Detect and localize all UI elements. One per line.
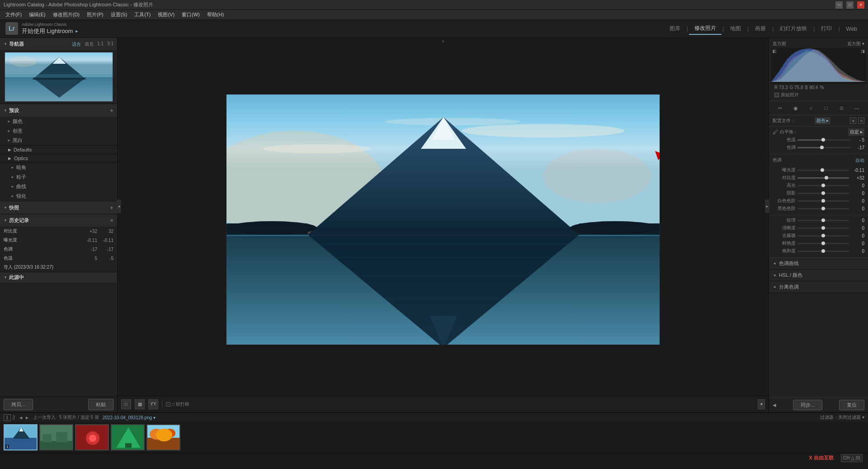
ime-indicator[interactable]: CH △ 闰 — [841, 454, 863, 462]
exposure-thumb[interactable] — [821, 168, 824, 172]
sub-item-vignette[interactable]: ► 暗角 — [0, 163, 117, 172]
spot-heal-icon[interactable]: ◉ — [791, 103, 801, 113]
sub-item-curves[interactable]: ► 曲线 — [0, 182, 117, 191]
eyedropper-icon[interactable]: 🖊 — [773, 129, 778, 135]
crop-tool-icon[interactable]: ✂ — [775, 103, 785, 113]
image-area[interactable] — [118, 43, 769, 396]
profile-value[interactable]: 颜色 ▸ — [815, 117, 831, 124]
filmstrip-thumb-1[interactable]: 1 — [4, 424, 38, 450]
snapshot-add-icon[interactable]: + — [110, 204, 113, 211]
module-book[interactable]: 画册 — [750, 23, 771, 34]
next-arrow[interactable]: ► — [25, 415, 29, 420]
tint-slider[interactable] — [797, 147, 851, 148]
original-photo-toggle[interactable]: 原始照片 — [771, 91, 866, 99]
sub-item-grain[interactable]: ► 粒子 — [0, 172, 117, 182]
copy-button[interactable]: 拷贝... — [4, 399, 33, 410]
navigator-header[interactable]: ▼ 导航器 适合 填充 1:1 3:1 — [0, 38, 117, 50]
menu-develop[interactable]: 修改照片(D) — [49, 10, 83, 19]
texture-slider[interactable] — [797, 220, 849, 221]
history-item-temp[interactable]: 色温 5 -5 — [0, 254, 117, 263]
preset-creative[interactable]: ► 创意 — [0, 126, 117, 136]
history-close-button[interactable]: ✕ — [110, 218, 113, 223]
history-item-tone[interactable]: 色调 -17 -17 — [0, 245, 117, 254]
soft-proof-checkbox[interactable]: □ 软打样 — [166, 401, 189, 407]
history-header[interactable]: ▼ 历史记录 ✕ — [0, 214, 117, 227]
menu-window[interactable]: 窗口(W) — [178, 10, 203, 19]
right-panel-toggle[interactable]: ► — [765, 199, 769, 213]
filmstrip-filename[interactable]: 2022-10-04_093128.png ▾ — [103, 415, 156, 420]
clarity-thumb[interactable] — [821, 226, 825, 230]
hsl-header[interactable]: ◄ HSL / 颜色 — [769, 270, 868, 281]
module-web[interactable]: Web — [841, 24, 863, 34]
zoom-3-1[interactable]: 3:1 — [107, 41, 113, 47]
history-item-contrast[interactable]: 对比度 +32 32 — [0, 227, 117, 236]
snapshot-header[interactable]: ▼ 快照 + — [0, 201, 117, 214]
shadows-slider[interactable] — [797, 193, 849, 194]
whites-thumb[interactable] — [821, 199, 825, 203]
shadow-clip-indicator[interactable]: ◧ — [772, 49, 777, 53]
histogram-dropdown[interactable]: 直方图 ▾ — [847, 41, 864, 47]
soft-proof-check[interactable] — [166, 402, 170, 407]
saturation-slider[interactable] — [797, 251, 849, 252]
exposure-slider[interactable] — [797, 170, 849, 171]
menu-file[interactable]: 文件(F) — [2, 10, 25, 19]
preset-color[interactable]: ► 颜色 — [0, 117, 117, 126]
module-develop[interactable]: 修改照片 — [689, 23, 722, 35]
radial-filter-icon[interactable]: ⊙ — [836, 103, 846, 113]
original-photo-checkbox[interactable] — [774, 93, 779, 97]
sync-button[interactable]: 同步... — [793, 400, 822, 410]
history-item-exposure[interactable]: 曝光度 -0.11 -0.11 — [0, 236, 117, 245]
auto-button[interactable]: 自动 — [855, 157, 864, 164]
optics-item[interactable]: ► Optics — [0, 154, 117, 162]
highlight-clip-indicator[interactable]: ◨ — [861, 49, 865, 53]
clarity-slider[interactable] — [797, 227, 849, 229]
top-center-strip[interactable]: ▲ — [118, 38, 769, 43]
zoom-1-1[interactable]: 1:1 — [97, 41, 104, 47]
menu-tools[interactable]: 工具(T) — [131, 10, 154, 19]
paste-button[interactable]: 粘贴 — [88, 399, 113, 410]
maximize-button[interactable]: □ — [846, 1, 854, 9]
main-photo[interactable] — [226, 94, 660, 345]
page-num-2[interactable]: 2 — [13, 415, 15, 420]
close-button[interactable]: ✕ — [857, 1, 864, 9]
adjustment-brush-icon[interactable]: — — [852, 103, 862, 113]
blacks-thumb[interactable] — [821, 207, 825, 210]
module-map[interactable]: 地图 — [725, 23, 746, 34]
wb-value[interactable]: 自定 ▸ — [848, 128, 864, 136]
minimize-button[interactable]: ─ — [835, 1, 843, 9]
zoom-fit[interactable]: 适合 — [72, 41, 81, 47]
graduated-filter-icon[interactable]: □ — [821, 103, 831, 113]
profile-grid-icon[interactable]: ⊞ — [850, 118, 856, 124]
profile-list-icon[interactable]: ⊟ — [858, 118, 864, 124]
zoom-fill[interactable]: 填充 — [85, 41, 94, 47]
contrast-slider[interactable] — [797, 177, 849, 179]
module-library[interactable]: 图库 — [664, 23, 686, 34]
blacks-slider[interactable] — [797, 208, 849, 209]
filmstrip-thumb-2[interactable] — [39, 424, 73, 450]
module-print[interactable]: 打印 — [816, 23, 837, 34]
grid-button[interactable]: ▦ — [135, 399, 145, 409]
color-temp-slider[interactable] — [797, 139, 851, 141]
left-panel-toggle[interactable]: ◄ — [117, 199, 121, 213]
navigator-preview[interactable] — [5, 52, 113, 102]
lr-mode[interactable]: 开始使用 Lightroom ► — [22, 27, 79, 35]
toolbar-dropdown[interactable]: ▾ — [758, 399, 765, 409]
module-slideshow[interactable]: 幻灯片放映 — [774, 23, 812, 34]
reset-button[interactable]: 复位 — [839, 400, 864, 410]
menu-edit[interactable]: 编辑(E) — [25, 10, 49, 19]
highlights-slider[interactable] — [797, 185, 849, 186]
contrast-thumb[interactable] — [825, 176, 828, 180]
filmstrip-filter[interactable]: 过滤器：关闭过滤器 ▾ — [820, 414, 864, 421]
whites-slider[interactable] — [797, 200, 849, 202]
prev-arrow[interactable]: ◄ — [19, 415, 23, 420]
sub-item-sharpen[interactable]: ► 锐化 — [0, 191, 117, 201]
filmstrip-thumb-3[interactable] — [75, 424, 109, 450]
dehaze-thumb[interactable] — [821, 234, 825, 237]
view-mode-button[interactable]: □ — [121, 399, 131, 409]
saturation-thumb[interactable] — [821, 249, 825, 253]
menu-view[interactable]: 视图(V) — [154, 10, 178, 19]
history-item-import[interactable]: 导入 (2023/3/3 16:32:27) — [0, 263, 117, 272]
vibrance-slider[interactable] — [797, 243, 849, 244]
menu-settings[interactable]: 设置(S) — [107, 10, 131, 19]
presets-add-icon[interactable]: + — [110, 107, 113, 114]
